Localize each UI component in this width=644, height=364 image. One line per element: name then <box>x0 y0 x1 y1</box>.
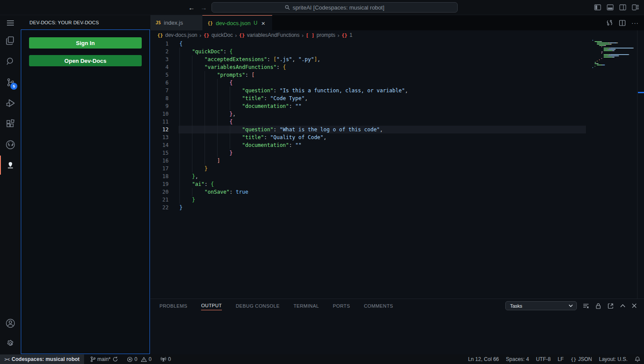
navigate-back-icon[interactable]: ← <box>187 3 196 13</box>
explorer-icon[interactable] <box>5 36 16 46</box>
code-line-10[interactable]: 10}, <box>150 110 644 118</box>
command-center-search[interactable]: spriteAI [Codespaces: musical robot] <box>211 2 458 13</box>
code-line-17[interactable]: 17} <box>150 165 644 172</box>
lock-icon[interactable] <box>595 302 602 309</box>
cursor-position[interactable]: Ln 12, Col 66 <box>465 354 502 364</box>
code-line-4[interactable]: 4"variablesAndFunctions": { <box>150 63 644 71</box>
panel-tab-ports[interactable]: PORTS <box>333 302 350 310</box>
indent-guide <box>179 94 192 102</box>
indent-guide <box>217 87 230 94</box>
code-line-19[interactable]: 19"ai": { <box>150 180 644 188</box>
breadcrumb-item[interactable]: {}quickDoc <box>204 32 233 38</box>
panel-tab-terminal[interactable]: TERMINAL <box>293 302 319 310</box>
settings-gear-icon[interactable] <box>5 339 16 349</box>
clear-output-icon[interactable] <box>582 302 589 309</box>
search-view-icon[interactable] <box>5 56 16 67</box>
navigate-forward-icon[interactable]: → <box>199 3 208 13</box>
branch-indicator[interactable]: main* <box>87 354 122 364</box>
panel-tab-debug-console[interactable]: DEBUG CONSOLE <box>236 302 280 310</box>
code-line-11[interactable]: 11{ <box>150 118 644 126</box>
toggle-secondary-sidebar-icon[interactable] <box>619 4 626 11</box>
open-dev-docs-button[interactable]: Open Dev-Docs <box>29 55 142 66</box>
line-content: }, <box>179 110 236 118</box>
code-line-9[interactable]: 9"documentation": "" <box>150 102 644 110</box>
language-mode[interactable]: {} JSON <box>567 354 595 364</box>
open-changes-icon[interactable] <box>606 19 613 26</box>
line-content: "quickDoc": { <box>179 48 233 55</box>
remote-indicator[interactable]: >< Codespaces: musical robot <box>0 354 84 364</box>
line-number: 11 <box>150 118 169 126</box>
run-and-debug-icon[interactable] <box>5 98 16 108</box>
eol-indicator[interactable]: LF <box>554 354 567 364</box>
code-line-12[interactable]: 12"question": "What is the log o of this… <box>150 126 644 133</box>
line-content: "documentation": "" <box>179 102 302 110</box>
code-line-7[interactable]: 7"question": "Is this a function, class,… <box>150 87 644 94</box>
code-area[interactable]: 1{2"quickDoc": {3"acceptedExtensions": [… <box>150 40 644 211</box>
code-line-15[interactable]: 15} <box>150 149 644 157</box>
problems-indicator[interactable]: 0 0 <box>124 354 155 364</box>
tab-index-js[interactable]: JS index.js <box>150 15 202 30</box>
notifications-bell[interactable] <box>631 354 644 364</box>
code-line-6[interactable]: 6{ <box>150 79 644 87</box>
close-tab-icon[interactable]: × <box>261 20 265 27</box>
code-line-16[interactable]: 16] <box>150 157 644 165</box>
more-actions-icon[interactable]: ··· <box>631 20 639 26</box>
code-line-3[interactable]: 3"acceptedExtensions": [".js", ".py"], <box>150 55 644 63</box>
encoding-indicator[interactable]: UTF-8 <box>533 354 554 364</box>
keyboard-layout[interactable]: Layout: U.S. <box>595 354 631 364</box>
code-line-14[interactable]: 14"documentation": "" <box>150 141 644 149</box>
breadcrumb-item[interactable]: {}dev-docs.json <box>157 32 197 38</box>
menu-icon[interactable] <box>5 18 16 28</box>
dev-docs-view-icon[interactable] <box>5 160 16 170</box>
close-panel-icon[interactable] <box>631 303 637 309</box>
github-icon[interactable] <box>5 140 16 150</box>
dev-docs-webview: Sign In Open Dev-Docs <box>21 29 150 354</box>
code-line-22[interactable]: 22} <box>150 204 644 211</box>
panel-tab-comments[interactable]: COMMENTS <box>364 302 393 310</box>
panel-tab-output[interactable]: OUTPUT <box>201 301 222 310</box>
code-line-18[interactable]: 18}, <box>150 172 644 180</box>
output-channel-select[interactable]: Tasks <box>505 301 577 310</box>
maximize-panel-icon[interactable] <box>620 304 626 308</box>
indent-guide <box>205 157 217 165</box>
breadcrumb-separator: › <box>338 32 339 39</box>
code-line-21[interactable]: 21} <box>150 196 644 204</box>
indent-guide <box>192 110 205 118</box>
error-count: 0 <box>134 356 137 362</box>
ports-indicator[interactable]: 0 <box>157 354 175 364</box>
breadcrumb-item[interactable]: {}variablesAndFunctions <box>239 32 300 38</box>
toggle-sidebar-icon[interactable] <box>594 4 601 11</box>
toggle-panel-icon[interactable] <box>607 4 614 11</box>
sign-in-button[interactable]: Sign In <box>29 37 142 49</box>
breadcrumb-item[interactable]: [ ]prompts <box>306 32 335 38</box>
code-line-8[interactable]: 8"title": "Code Type", <box>150 94 644 102</box>
extensions-icon[interactable] <box>5 119 16 129</box>
code-line-2[interactable]: 2"quickDoc": { <box>150 48 644 55</box>
indentation-indicator[interactable]: Spaces: 4 <box>502 354 532 364</box>
indent-guide <box>179 55 192 63</box>
code-line-5[interactable]: 5"prompts": [ <box>150 71 644 79</box>
split-editor-icon[interactable] <box>619 20 626 26</box>
line-content: "prompts": [ <box>179 71 254 79</box>
branch-label: main* <box>98 356 111 362</box>
panel-tab-problems[interactable]: PROBLEMS <box>159 302 187 310</box>
indent-guide <box>217 79 230 87</box>
line-number: 7 <box>150 87 169 94</box>
indent-guide <box>179 71 192 79</box>
open-output-in-editor-icon[interactable] <box>607 302 614 309</box>
tab-dev-docs-json[interactable]: {} dev-docs.json U × <box>202 15 272 30</box>
indent-guide <box>230 94 242 102</box>
code-line-20[interactable]: 20"onSave": true <box>150 188 644 196</box>
breadcrumb-item[interactable]: {}1 <box>342 32 352 38</box>
line-number: 18 <box>150 172 169 180</box>
code-line-13[interactable]: 13"title": "Quality of Code", <box>150 133 644 141</box>
code-line-1[interactable]: 1{ <box>150 40 644 48</box>
indent-guide <box>192 94 205 102</box>
indent-guide <box>179 188 192 196</box>
customize-layout-icon[interactable] <box>632 4 639 11</box>
editor-group: JS index.js {} dev-docs.json U × ··· {}d… <box>150 15 644 354</box>
minimap[interactable] <box>591 39 639 69</box>
line-content: { <box>179 40 182 48</box>
accounts-icon[interactable] <box>5 318 16 328</box>
overview-ruler[interactable] <box>637 30 644 299</box>
